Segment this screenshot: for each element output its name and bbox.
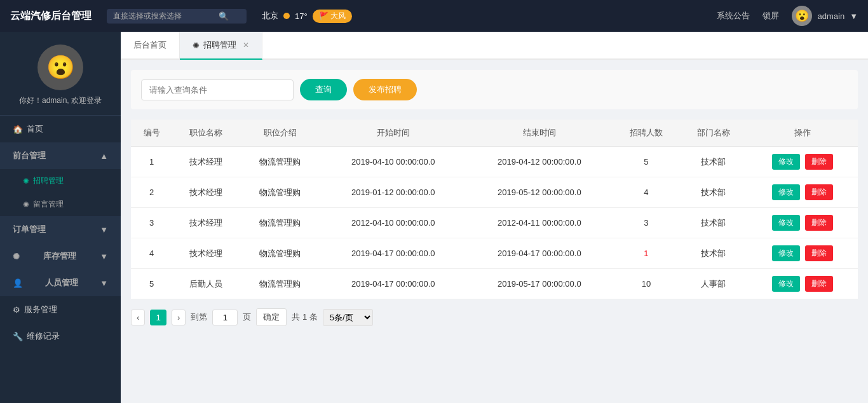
- brand-title: 云端汽修后台管理: [10, 10, 92, 23]
- tab-bar: 后台首页 ✺ 招聘管理 ✕: [121, 32, 868, 60]
- table-row: 5 后勤人员 物流管理购 2019-04-17 00:00:00.0 2019-…: [131, 269, 858, 299]
- cell-id: 4: [131, 238, 172, 269]
- per-page-select[interactable]: 5条/页 10条/页 20条/页: [323, 309, 373, 326]
- table-row: 3 技术经理 物流管理购 2012-04-10 00:00:00.0 2012-…: [131, 208, 858, 238]
- cell-count: 10: [613, 269, 680, 299]
- edit-button[interactable]: 修改: [772, 276, 800, 292]
- sidebar-item-recruit[interactable]: ✺ 招聘管理: [0, 169, 121, 193]
- tab-recruit-label: 招聘管理: [203, 39, 236, 51]
- sidebar-profile: 😮 你好！admain, 欢迎登录: [0, 32, 121, 116]
- table-row: 4 技术经理 物流管理购 2019-04-17 00:00:00.0 2019-…: [131, 238, 858, 269]
- table-row: 2 技术经理 物流管理购 2019-01-12 00:00:00.0 2019-…: [131, 177, 858, 208]
- cell-description: 物流管理购: [240, 147, 320, 177]
- sidebar-item-message[interactable]: ✺ 留言管理: [0, 193, 121, 216]
- cell-position[interactable]: 技术经理: [172, 147, 240, 177]
- search-icon[interactable]: 🔍: [219, 11, 229, 21]
- delete-button[interactable]: 删除: [805, 215, 833, 231]
- cell-position[interactable]: 后勤人员: [172, 269, 240, 299]
- next-page-btn[interactable]: ›: [172, 310, 186, 325]
- sidebar-item-label: 首页: [27, 123, 43, 135]
- cell-position[interactable]: 技术经理: [172, 208, 240, 238]
- cell-actions: 修改 删除: [747, 177, 858, 208]
- cell-count: 1: [613, 238, 680, 269]
- top-navbar: 云端汽修后台管理 🔍 北京 17° 🚩 大风 系统公告 锁屏 😮 admain …: [0, 0, 868, 32]
- cell-end-time: 2019-04-12 00:00:00.0: [466, 147, 613, 177]
- sidebar-item-repair[interactable]: 🔧 维修记录: [0, 323, 121, 350]
- user-label: admain: [817, 11, 844, 21]
- cell-actions: 修改 删除: [747, 208, 858, 238]
- col-id: 编号: [131, 120, 172, 147]
- cell-dept[interactable]: 人事部: [680, 269, 747, 299]
- wind-icon: 🚩: [319, 11, 329, 20]
- edit-button[interactable]: 修改: [772, 215, 800, 231]
- people-icon: 👤: [13, 278, 23, 288]
- sidebar-item-home[interactable]: 🏠 首页: [0, 116, 121, 142]
- confirm-goto-btn[interactable]: 确定: [256, 308, 287, 326]
- query-button[interactable]: 查询: [300, 79, 347, 100]
- weather-city: 北京: [262, 10, 278, 22]
- avatar: 😮: [37, 44, 83, 90]
- sidebar-item-frontend[interactable]: 前台管理 ▲: [0, 142, 121, 169]
- cell-start-time: 2012-04-10 00:00:00.0: [320, 208, 466, 238]
- tab-home[interactable]: 后台首页: [121, 32, 180, 58]
- global-search[interactable]: 🔍: [107, 9, 247, 24]
- recruit-icon: ✺: [23, 177, 29, 186]
- cell-count: 5: [613, 147, 680, 177]
- delete-button[interactable]: 删除: [805, 245, 833, 261]
- edit-button[interactable]: 修改: [772, 184, 800, 200]
- user-menu[interactable]: 😮 admain ▼: [792, 6, 858, 26]
- wind-label: 大风: [330, 11, 346, 22]
- col-dept: 部门名称: [680, 120, 747, 147]
- goto-input[interactable]: [212, 310, 238, 325]
- cell-start-time: 2019-04-17 00:00:00.0: [320, 269, 466, 299]
- query-input[interactable]: [141, 79, 294, 100]
- chevron-down-icon: ▼: [100, 278, 108, 288]
- cell-id: 3: [131, 208, 172, 238]
- publish-button[interactable]: 发布招聘: [353, 79, 417, 100]
- cell-dept[interactable]: 技术部: [680, 177, 747, 208]
- avatar: 😮: [792, 6, 812, 26]
- sidebar-item-people[interactable]: 👤 人员管理 ▼: [0, 270, 121, 296]
- cell-end-time: 2019-05-12 00:00:00.0: [466, 177, 613, 208]
- navbar-right-area: 系统公告 锁屏 😮 admain ▼: [717, 6, 858, 26]
- cell-dept[interactable]: 技术部: [680, 147, 747, 177]
- cell-count: 4: [613, 177, 680, 208]
- prev-page-btn[interactable]: ‹: [131, 310, 145, 325]
- chevron-up-icon: ▲: [100, 151, 108, 161]
- tab-recruit-icon: ✺: [193, 41, 200, 50]
- tab-close-icon[interactable]: ✕: [243, 41, 249, 50]
- search-input[interactable]: [113, 11, 215, 20]
- delete-button[interactable]: 删除: [805, 154, 833, 170]
- cell-actions: 修改 删除: [747, 269, 858, 299]
- cell-dept[interactable]: 技术部: [680, 238, 747, 269]
- cell-end-time: 2019-05-17 00:00:00.0: [466, 269, 613, 299]
- cell-actions: 修改 删除: [747, 147, 858, 177]
- sidebar-item-inventory[interactable]: ✺ 库存管理 ▼: [0, 243, 121, 270]
- edit-button[interactable]: 修改: [772, 245, 800, 261]
- edit-button[interactable]: 修改: [772, 154, 800, 170]
- cell-position[interactable]: 技术经理: [172, 238, 240, 269]
- table-row: 1 技术经理 物流管理购 2019-04-10 00:00:00.0 2019-…: [131, 147, 858, 177]
- page-1-btn[interactable]: 1: [150, 310, 166, 325]
- col-position: 职位名称: [172, 120, 240, 147]
- delete-button[interactable]: 删除: [805, 184, 833, 200]
- sidebar-welcome: 你好！admain, 欢迎登录: [19, 95, 102, 106]
- sidebar-item-order[interactable]: 订单管理 ▼: [0, 216, 121, 243]
- sidebar-item-label: 前台管理: [13, 150, 46, 161]
- announce-btn[interactable]: 系统公告: [717, 10, 750, 22]
- cell-description: 物流管理购: [240, 269, 320, 299]
- weather-widget: 北京 17° 🚩 大风: [262, 10, 707, 23]
- cell-start-time: 2019-04-17 00:00:00.0: [320, 238, 466, 269]
- sidebar-item-service[interactable]: ⚙ 服务管理: [0, 296, 121, 323]
- lock-btn[interactable]: 锁屏: [763, 10, 779, 22]
- inventory-icon: ✺: [13, 252, 20, 261]
- cell-position[interactable]: 技术经理: [172, 177, 240, 208]
- tab-recruit[interactable]: ✺ 招聘管理 ✕: [180, 32, 262, 60]
- col-count: 招聘人数: [613, 120, 680, 147]
- delete-button[interactable]: 删除: [805, 276, 833, 292]
- repair-icon: 🔧: [13, 332, 23, 341]
- dropdown-icon: ▼: [850, 11, 858, 21]
- cell-dept[interactable]: 技术部: [680, 208, 747, 238]
- cell-description: 物流管理购: [240, 177, 320, 208]
- sidebar-item-label: 订单管理: [13, 224, 46, 235]
